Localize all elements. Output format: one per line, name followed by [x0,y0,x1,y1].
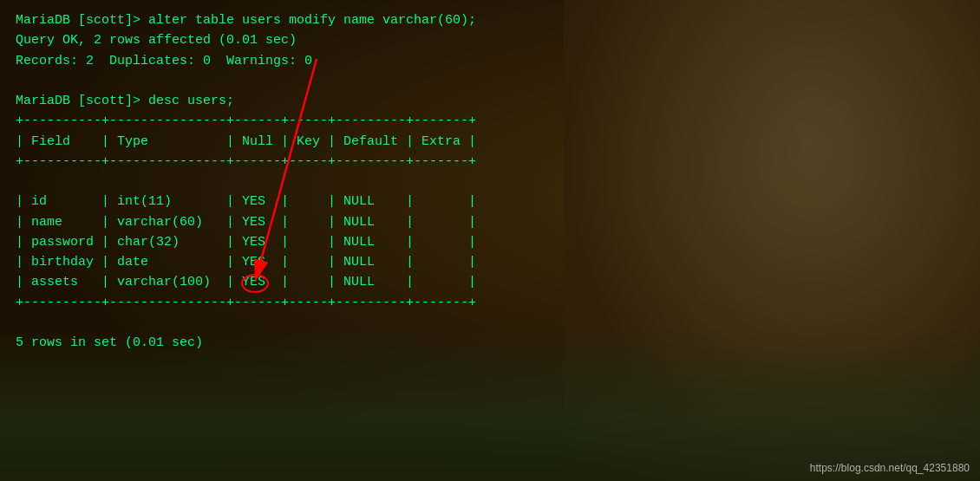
output-line-1: Query OK, 2 rows affected (0.01 sec) [16,30,964,50]
watermark: https://blog.csdn.net/qq_42351880 [810,462,970,474]
table-border-top: +----------+---------------+------+-----… [16,111,964,131]
blank-line-1 [16,71,964,91]
table-header: | Field | Type | Null | Key | Default | … [16,132,964,152]
table-row-assets: | assets | varchar(100) | YES | | NULL |… [16,272,964,292]
command-line-1: MariaDB [scott]> alter table users modif… [16,10,964,30]
table-row-birthday: | birthday | date | YES | | NULL | | [16,252,964,272]
table-header-border: +----------+---------------+------+-----… [16,152,964,172]
terminal-window: MariaDB [scott]> alter table users modif… [0,0,980,481]
table-border-bottom: +----------+---------------+------+-----… [16,293,964,313]
result-count: 5 rows in set (0.01 sec) [16,333,964,353]
blank-line-2 [16,172,964,192]
output-line-2: Records: 2 Duplicates: 0 Warnings: 0 [16,51,964,71]
command-line-2: MariaDB [scott]> desc users; [16,91,964,111]
table-row-id: | id | int(11) | YES | | NULL | | [16,192,964,211]
table-row-name: | name | varchar(60) | YES | | NULL | | [16,212,964,232]
blank-line-3 [16,313,964,333]
table-row-password: | password | char(32) | YES | | NULL | | [16,232,964,252]
